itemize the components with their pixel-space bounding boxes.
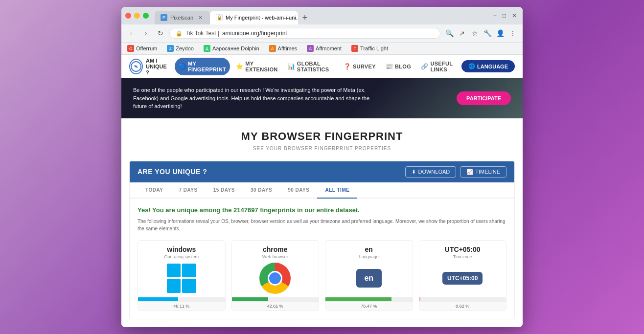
logo-icon — [129, 59, 143, 74]
bookmark-afftimes[interactable]: A Afftimes — [267, 44, 299, 53]
browser-label: Web browser — [236, 254, 315, 259]
star-btn[interactable]: ☆ — [469, 27, 481, 39]
nav-item-blog[interactable]: 📰 BLOG — [382, 60, 415, 73]
profile-btn[interactable]: 👤 — [494, 27, 506, 39]
window-close-btn[interactable]: ✕ — [510, 11, 519, 20]
bookmark-zeydoo[interactable]: Z Zeydoo — [165, 44, 196, 53]
download-icon: ⬇ — [412, 169, 416, 175]
blog-nav-icon: 📰 — [386, 63, 393, 70]
nav-item-useful-links[interactable]: 🔗 USEFUL LINKS — [417, 58, 460, 75]
bookmark-favicon-trafficlight: T — [351, 45, 358, 52]
os-icon — [138, 261, 225, 295]
window-right-controls: − □ ✕ — [491, 7, 523, 24]
page-title: MY BROWSER FINGERPRINT — [129, 130, 515, 143]
site-logo: AM I UNIQUE ? — [129, 58, 169, 75]
language-value: en — [329, 245, 409, 253]
url-bar[interactable]: 🔒 Tik Tok Test | amiunique.org/fingerpri… — [169, 28, 440, 39]
tab-today[interactable]: TODAY — [138, 182, 171, 199]
maximize-button[interactable] — [143, 13, 149, 19]
bookmark-offerrum[interactable]: O Offerrum — [125, 44, 159, 53]
tab-label-fingerprint: My Fingerprint - web-am-i-uni... — [226, 15, 298, 21]
browser-tab-fingerprint[interactable]: 🔒 My Fingerprint - web-am-i-uni... ✕ — [210, 11, 298, 24]
unique-title: ARE YOU UNIQUE ? — [138, 168, 207, 176]
back-button[interactable]: ‹ — [125, 27, 137, 39]
timezone-value: UTC+05:00 — [423, 245, 503, 253]
language-card: en Language en 76.47 % — [325, 240, 413, 311]
nav-item-my-extension[interactable]: ⭐ MY EXTENSION — [232, 58, 282, 75]
bookmark-affmoment[interactable]: A Affmoment — [305, 44, 344, 53]
bookmark-label-afftimes: Afftimes — [278, 45, 298, 51]
utc-badge: UTC+05:00 — [442, 272, 483, 285]
browser-card: chrome Web browser 42.61 % — [231, 240, 320, 311]
windows-pane-3 — [167, 279, 181, 293]
participate-button[interactable]: PARTICIPATE — [457, 91, 511, 105]
minimize-button[interactable] — [134, 13, 140, 19]
statistics-nav-icon: 📊 — [288, 63, 295, 70]
globe-icon: 🌐 — [468, 63, 475, 69]
site-nav: AM I UNIQUE ? 🔵 MY FINGERPRINT ⭐ MY EXTE… — [121, 55, 523, 78]
tab-15days[interactable]: 15 DAYS — [206, 182, 243, 199]
bookmark-label-affmoment: Affmoment — [316, 45, 342, 51]
windows-pane-4 — [182, 279, 196, 293]
share-btn[interactable]: ↗ — [456, 27, 468, 39]
nav-item-my-fingerprint[interactable]: 🔵 MY FINGERPRINT — [175, 58, 230, 75]
windows-logo — [167, 264, 196, 293]
url-prefix: Tik Tok Test | — [185, 30, 219, 37]
forward-button[interactable]: › — [140, 27, 152, 39]
bookmark-trafficlight[interactable]: T Traffic Light — [349, 44, 390, 53]
windows-pane-2 — [182, 264, 196, 278]
new-tab-button[interactable]: + — [298, 11, 312, 24]
download-button[interactable]: ⬇ DOWNLOAD — [405, 166, 456, 178]
window-minimize-btn[interactable]: − — [491, 11, 499, 20]
unique-message: Yes! You are unique among the 2147697 fi… — [138, 206, 506, 214]
refresh-button[interactable]: ↻ — [155, 27, 166, 39]
tab-close-pixelscan[interactable]: ✕ — [196, 14, 204, 22]
tab-90days[interactable]: 90 DAYS — [280, 182, 317, 199]
en-badge: en — [356, 269, 382, 288]
timezone-icon: UTC+05:00 — [419, 261, 506, 295]
nav-item-global-statistics[interactable]: 📊 GLOBAL STATISTICS — [284, 58, 338, 75]
tab-30days[interactable]: 30 DAYS — [243, 182, 280, 199]
close-button[interactable] — [125, 13, 131, 19]
bookmark-favicon-zeydoo: Z — [167, 45, 174, 52]
language-bar — [325, 297, 413, 301]
download-label: DOWNLOAD — [418, 169, 450, 175]
address-bar: ‹ › ↻ 🔒 Tik Tok Test | amiunique.org/fin… — [121, 24, 523, 43]
browser-value: chrome — [236, 245, 315, 253]
tab-alltime[interactable]: ALL TIME — [317, 182, 357, 199]
nav-label-my-extension: MY EXTENSION — [245, 61, 277, 72]
language-percent: 76.47 % — [325, 301, 413, 311]
browser-icon — [232, 261, 319, 295]
timezone-bar — [419, 297, 506, 301]
browser-tab-pixelscan[interactable]: P Pixelscan ✕ — [155, 11, 210, 24]
os-bar — [138, 297, 225, 301]
language-button[interactable]: 🌐 LANGUAGE — [461, 60, 515, 72]
nav-item-survey[interactable]: ❓ SURVEY — [340, 60, 380, 73]
language-icon: en — [325, 261, 413, 295]
menu-btn[interactable]: ⋮ — [507, 27, 519, 39]
bookmark-label-offerrum: Offerrum — [136, 45, 157, 51]
windows-pane-1 — [167, 264, 181, 278]
timeline-button[interactable]: 📈 TIMELINE — [460, 166, 506, 178]
links-nav-icon: 🔗 — [421, 63, 428, 70]
lock-icon: 🔒 — [176, 30, 183, 37]
survey-nav-icon: ❓ — [344, 63, 351, 70]
language-label: LANGUAGE — [477, 64, 508, 69]
svg-point-1 — [135, 66, 137, 67]
fingerprint-nav-icon: 🔵 — [179, 63, 186, 70]
site-name-label: AM I UNIQUE ? — [146, 58, 169, 75]
bookmark-label-dolphin: Аэросанне Dolphin — [212, 45, 259, 51]
os-percent: 46.11 % — [138, 301, 225, 311]
timezone-card-header: UTC+05:00 Timezone — [419, 241, 506, 261]
bookmark-favicon-dolphin: Д — [204, 45, 210, 52]
os-value: windows — [142, 245, 221, 253]
search-btn[interactable]: 🔍 — [443, 27, 455, 39]
extensions-btn[interactable]: 🔧 — [482, 27, 493, 39]
page-subtitle: SEE YOUR BROWSER FINGERPRINT PROPERTIES — [129, 146, 515, 151]
unique-desc: The following informations reveal your O… — [138, 218, 506, 232]
bookmark-dolphin[interactable]: Д Аэросанне Dolphin — [202, 44, 261, 53]
tab-7days[interactable]: 7 DAYS — [171, 182, 205, 199]
unique-section: ARE YOU UNIQUE ? ⬇ DOWNLOAD 📈 TIMELINE T… — [129, 161, 515, 319]
timeline-label: TIMELINE — [475, 169, 500, 175]
window-maximize-btn[interactable]: □ — [501, 11, 508, 20]
